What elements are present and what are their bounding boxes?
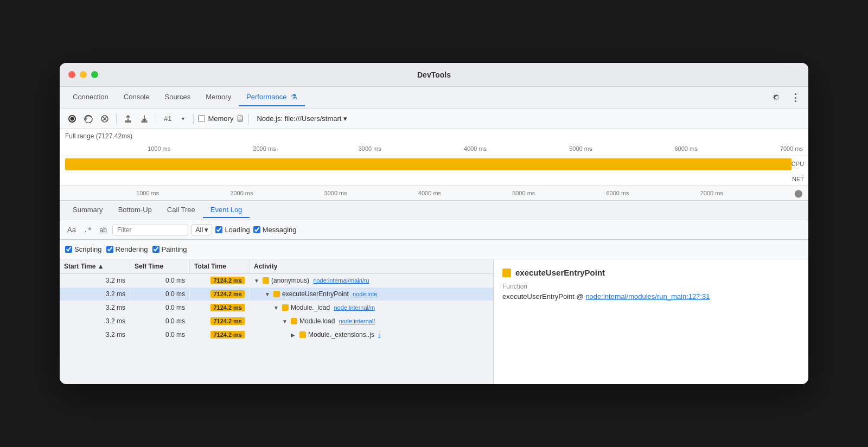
- filter-input[interactable]: [112, 225, 188, 235]
- table-header: Start Time ▲ Self Time Total Time Activi…: [60, 259, 493, 274]
- expand-0[interactable]: ▼: [254, 278, 260, 284]
- divider-4: [248, 113, 249, 124]
- rendering-filter[interactable]: Rendering: [106, 245, 148, 253]
- tab-sources[interactable]: Sources: [157, 88, 198, 106]
- total-badge-2: 7124.2 ms: [210, 304, 245, 311]
- activity-link-3[interactable]: node:internal/: [339, 318, 375, 324]
- expand-1[interactable]: ▼: [265, 291, 271, 297]
- case-sensitive-icon[interactable]: ab: [98, 225, 109, 235]
- scrollbar-handle[interactable]: ⬤: [794, 189, 803, 197]
- table-row[interactable]: 3.2 ms 0.0 ms 7124.2 ms ▼ Module._load n…: [60, 301, 493, 315]
- net-bar-container: NET: [60, 175, 808, 186]
- tab-bottomup[interactable]: Bottom-Up: [111, 202, 159, 218]
- td-start-4: 3.2 ms: [60, 328, 130, 341]
- close-button[interactable]: [68, 71, 75, 78]
- td-self-4: 0.0 ms: [130, 328, 190, 341]
- memory-checkbox[interactable]: Memory: [198, 114, 233, 123]
- func-icon-2: [282, 304, 289, 311]
- table-row[interactable]: 3.2 ms 0.0 ms 7124.2 ms ▶ Module._extens…: [60, 328, 493, 342]
- window-title: DevTools: [417, 71, 451, 79]
- tab-connection[interactable]: Connection: [65, 88, 116, 106]
- td-self-2: 0.0 ms: [130, 301, 190, 314]
- activity-link-1[interactable]: node:inte: [353, 291, 377, 297]
- messaging-filter[interactable]: Messaging: [253, 226, 297, 234]
- memory-checkbox-input[interactable]: [198, 115, 205, 122]
- loading-checkbox[interactable]: [215, 226, 222, 233]
- traffic-lights: [68, 71, 98, 78]
- settings-button[interactable]: [769, 90, 784, 105]
- cpu-label: CPU: [792, 161, 804, 167]
- divider-1: [116, 113, 117, 124]
- all-dropdown[interactable]: All ▾: [192, 224, 212, 235]
- regex-icon[interactable]: .*: [81, 225, 94, 235]
- maximize-button[interactable]: [91, 71, 98, 78]
- th-activity[interactable]: Activity: [250, 259, 493, 273]
- td-total-1: 7124.2 ms: [190, 288, 250, 301]
- expand-3[interactable]: ▼: [282, 318, 289, 324]
- tab-summary[interactable]: Summary: [65, 202, 111, 218]
- dropdown-arrow: ▾: [205, 226, 208, 234]
- gear-icon: [773, 93, 781, 102]
- clear-button[interactable]: [98, 112, 112, 126]
- full-range-bar: Full range (7127.42ms): [60, 129, 808, 141]
- panel-tabs: Summary Bottom-Up Call Tree Event Log: [60, 201, 808, 220]
- scripting-filter[interactable]: Scripting: [65, 245, 102, 253]
- rendering-checkbox[interactable]: [106, 246, 113, 253]
- activity-label-1: executeUserEntryPoint node:inte: [282, 290, 377, 298]
- activity-link-4[interactable]: r: [378, 331, 380, 338]
- td-start-2: 3.2 ms: [60, 301, 130, 314]
- td-activity-2: ▼ Module._load node:internal/m: [250, 301, 493, 314]
- total-badge-3: 7124.2 ms: [210, 317, 245, 325]
- activity-link-2[interactable]: node:internal/m: [334, 304, 375, 311]
- ruler2-mark-7: 7000 ms: [700, 190, 723, 196]
- detail-link[interactable]: node:internal/modules/run_main:127:31: [585, 292, 710, 301]
- td-total-2: 7124.2 ms: [190, 301, 250, 314]
- target-selector[interactable]: Node.js: file:///Users/stmart ▾: [257, 114, 347, 123]
- tab-performance[interactable]: Performance ⚗: [239, 88, 305, 106]
- devtools-window: DevTools Connection Console Sources Memo…: [60, 63, 808, 384]
- tab-calltree[interactable]: Call Tree: [159, 202, 203, 218]
- activity-link-0[interactable]: node:internal/main/ru: [313, 277, 369, 284]
- reload-icon: [84, 114, 93, 123]
- capture-settings-icon[interactable]: 🖥: [235, 114, 244, 124]
- table-row[interactable]: 3.2 ms 0.0 ms 7124.2 ms ▼ (anonymous) no…: [60, 274, 493, 288]
- divider-2: [156, 113, 156, 124]
- th-totaltime[interactable]: Total Time: [190, 259, 250, 273]
- session-dropdown[interactable]: ▾: [177, 113, 189, 125]
- tab-console[interactable]: Console: [116, 88, 157, 106]
- activity-label-2: Module._load node:internal/m: [291, 304, 375, 311]
- func-icon-0: [263, 277, 269, 284]
- total-badge-0: 7124.2 ms: [210, 277, 245, 284]
- reload-button[interactable]: [81, 112, 95, 126]
- upload-button[interactable]: [121, 112, 135, 126]
- ruler2-mark-2: 2000 ms: [230, 190, 253, 196]
- td-activity-4: ▶ Module._extensions..js r: [250, 328, 493, 341]
- expand-4[interactable]: ▶: [291, 332, 297, 338]
- record-button[interactable]: [65, 112, 79, 126]
- titlebar: DevTools: [60, 63, 808, 87]
- td-start-3: 3.2 ms: [60, 315, 130, 328]
- download-button[interactable]: [137, 112, 151, 126]
- table-row[interactable]: 3.2 ms 0.0 ms 7124.2 ms ▼ executeUserEnt…: [60, 288, 493, 301]
- ruler2-mark-5: 5000 ms: [512, 190, 535, 196]
- th-selftime[interactable]: Self Time: [130, 259, 190, 273]
- painting-filter[interactable]: Painting: [152, 245, 187, 253]
- aa-icon[interactable]: Aa: [65, 225, 78, 235]
- ruler-mark-6: 6000 ms: [674, 145, 697, 152]
- more-options-button[interactable]: ⋮: [788, 90, 803, 105]
- more-icon: ⋮: [790, 93, 800, 103]
- th-starttime[interactable]: Start Time ▲: [60, 259, 130, 273]
- ruler-mark-4: 4000 ms: [464, 145, 487, 152]
- cpu-bar[interactable]: [65, 158, 792, 170]
- painting-checkbox[interactable]: [152, 246, 159, 253]
- expand-2[interactable]: ▼: [273, 305, 280, 311]
- detail-body: executeUserEntryPoint @ node:internal/mo…: [502, 292, 800, 301]
- tab-memory[interactable]: Memory: [198, 88, 239, 106]
- tab-eventlog[interactable]: Event Log: [203, 202, 250, 218]
- minimize-button[interactable]: [80, 71, 87, 78]
- scripting-checkbox[interactable]: [65, 246, 72, 253]
- loading-filter[interactable]: Loading: [215, 226, 250, 234]
- td-activity-3: ▼ Module.load node:internal/: [250, 315, 493, 328]
- messaging-checkbox[interactable]: [253, 226, 260, 233]
- table-row[interactable]: 3.2 ms 0.0 ms 7124.2 ms ▼ Module.load no…: [60, 315, 493, 328]
